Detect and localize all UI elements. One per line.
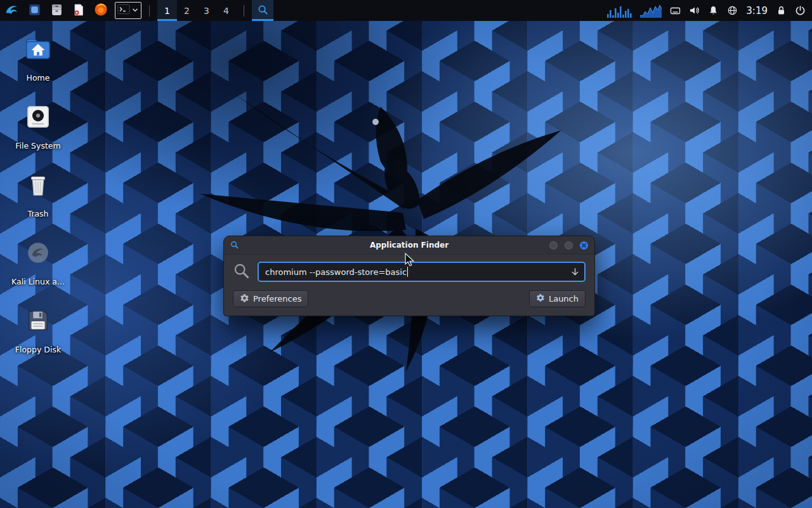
finder-titlebar[interactable]: Application Finder — [224, 236, 594, 255]
workspace-button-2[interactable]: 2 — [177, 0, 197, 21]
text-caret — [407, 267, 408, 277]
desktop-icon-file-system[interactable]: File System — [5, 102, 71, 150]
window-controls — [549, 241, 588, 250]
desktop-icon-label: File System — [15, 141, 61, 150]
search-input[interactable]: chromium --password-store=basic — [258, 262, 586, 282]
desktop-icon-label: Home — [27, 73, 50, 83]
desktop-icon-column: Home File System Trash Kali Linux a... F — [5, 34, 71, 374]
desktop-icon-label: Kali Linux a... — [11, 277, 65, 286]
chevron-down-icon — [131, 4, 139, 17]
desktop-icon-label: Trash — [27, 209, 48, 218]
workspace-button-3[interactable]: 3 — [197, 0, 216, 21]
panel-right-group: 3:19 — [606, 0, 808, 21]
firefox-launcher[interactable] — [93, 0, 109, 21]
window-icon — [28, 3, 41, 18]
taskbar-application-finder[interactable] — [252, 0, 273, 21]
firefox-icon — [94, 3, 108, 18]
search-input-value: chromium --password-store=basic — [265, 267, 407, 277]
desktop: 1 2 3 4 — [0, 0, 812, 508]
preferences-gear-icon — [240, 293, 249, 305]
file-system-drive-icon — [23, 102, 53, 134]
terminal-icon — [117, 4, 130, 17]
kali-menu-button[interactable] — [4, 0, 20, 21]
system-monitor-graph[interactable] — [606, 0, 632, 21]
panel-separator — [244, 5, 244, 17]
terminal-launcher-group[interactable] — [115, 2, 141, 19]
kali-circle-icon — [23, 238, 53, 270]
desktop-icon-kali-docs[interactable]: Kali Linux a... — [5, 238, 71, 286]
panel-left-group: 1 2 3 4 — [4, 0, 273, 21]
launch-button[interactable]: Launch — [529, 290, 586, 307]
top-panel: 1 2 3 4 — [0, 0, 812, 21]
history-dropdown-arrow-icon[interactable] — [566, 267, 580, 277]
lock-icon[interactable] — [776, 0, 787, 21]
window-title: Application Finder — [224, 241, 594, 250]
maximize-button[interactable] — [565, 241, 573, 250]
minimize-button[interactable] — [549, 241, 558, 250]
file-manager-launcher[interactable] — [26, 0, 43, 21]
kali-logo-icon — [4, 2, 20, 20]
search-icon — [233, 262, 250, 282]
trash-can-icon — [23, 170, 53, 202]
volume-icon[interactable] — [689, 0, 700, 21]
finder-body: chromium --password-store=basic Preferen… — [224, 255, 594, 316]
file-cabinet-icon — [50, 3, 63, 18]
notifications-bell-icon[interactable] — [708, 0, 719, 21]
power-icon[interactable] — [795, 0, 806, 21]
window-search-icon — [230, 239, 239, 251]
desktop-icon-trash[interactable]: Trash — [5, 170, 71, 218]
floppy-disk-icon — [23, 306, 53, 338]
desktop-icon-home[interactable]: Home — [5, 34, 71, 83]
workspace-button-1[interactable]: 1 — [157, 0, 177, 21]
panel-clock[interactable]: 3:19 — [746, 5, 768, 17]
desktop-icon-label: Floppy Disk — [15, 345, 61, 354]
close-button[interactable] — [580, 241, 588, 250]
text-editor-launcher[interactable] — [70, 0, 87, 21]
launch-gear-icon — [536, 293, 545, 304]
close-icon — [582, 243, 586, 248]
workspace-button-4[interactable]: 4 — [216, 0, 236, 21]
home-folder-icon — [23, 34, 53, 66]
keyboard-indicator-icon[interactable] — [670, 0, 681, 21]
panel-separator — [149, 5, 150, 17]
launch-label: Launch — [549, 294, 579, 304]
document-seal-icon — [72, 3, 85, 18]
files-launcher[interactable] — [48, 0, 65, 21]
network-monitor-graph[interactable] — [640, 0, 662, 21]
application-finder-window: Application Finder chromium --password-s… — [223, 236, 595, 316]
preferences-label: Preferences — [253, 294, 301, 304]
preferences-button[interactable]: Preferences — [233, 290, 308, 307]
desktop-icon-floppy[interactable]: Floppy Disk — [5, 306, 71, 354]
search-icon — [258, 4, 268, 17]
workspace-switcher: 1 2 3 4 — [157, 0, 236, 21]
network-globe-icon[interactable] — [727, 0, 738, 21]
